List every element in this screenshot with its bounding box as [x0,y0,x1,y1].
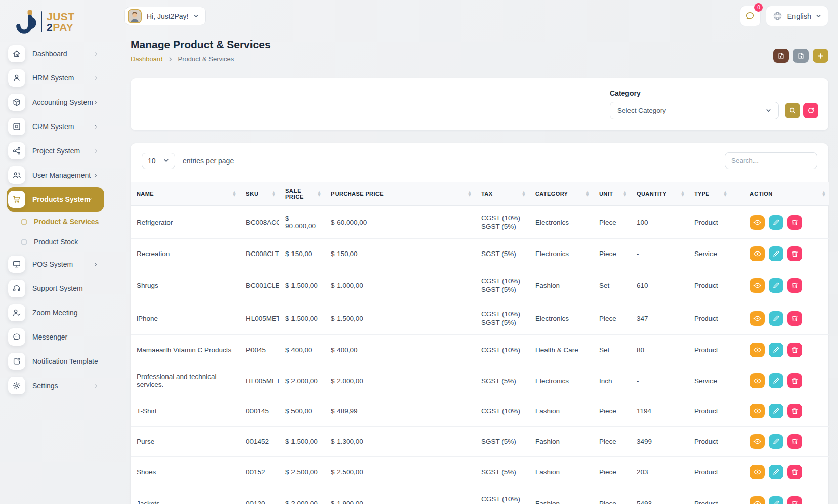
edit-button[interactable] [769,434,783,449]
view-button[interactable] [750,496,765,504]
eye-icon [753,219,761,226]
sort-arrows-icon: ▲▼ [233,191,236,197]
edit-button[interactable] [769,404,783,418]
delete-button[interactable] [787,215,802,230]
sort-arrows-icon: ▲▼ [586,191,589,197]
cart-icon [8,191,25,208]
delete-button[interactable] [787,278,802,293]
chevron-down-icon [816,13,821,19]
add-product-button[interactable] [813,49,828,63]
cell-purchase-price: $ 2.500,00 [325,457,475,487]
cell-tax: CGST (10%) [475,396,529,427]
edit-button[interactable] [769,343,783,357]
sidebar-item-dashboard[interactable]: Dashboard [0,41,110,66]
delete-button[interactable] [787,373,802,388]
sidebar-subitem-label: Product & Services [34,218,99,226]
app-root: JUST 2PAY DashboardHRM SystemAccounting … [0,0,838,504]
category-select[interactable]: Select Category [610,102,779,119]
view-button[interactable] [750,246,765,261]
language-label: English [787,12,811,20]
edit-button[interactable] [769,465,783,479]
cell-sku: 00152 [240,457,279,487]
topbar: Hi, Just2Pay! 0 English [124,6,828,26]
sidebar-item-settings[interactable]: Settings [0,373,110,398]
headset-icon [8,280,25,297]
import-button[interactable] [773,49,789,63]
tax-line: CGST (10%) [481,310,523,318]
messages-button[interactable]: 0 [740,6,761,26]
brand-monogram-icon [14,9,36,34]
cell-name: Professional and technical services. [131,365,240,396]
sidebar-item-notification-template[interactable]: Notification Template [0,349,110,373]
column-header-tax[interactable]: TAX▲▼ [475,182,529,206]
column-label: ACTION [750,191,773,197]
cell-type: Product [688,487,731,504]
eye-icon [753,346,761,354]
cell-quantity: 80 [631,335,688,365]
user-menu-button[interactable]: Hi, Just2Pay! [124,7,206,25]
page-size-select[interactable]: 10 [142,153,175,169]
sidebar-item-messenger[interactable]: Messenger [0,325,110,349]
cell-sku: HL005MET [240,365,279,396]
delete-button[interactable] [787,404,802,418]
column-header-unit[interactable]: UNIT▲▼ [593,182,631,206]
column-header-action[interactable]: ACTION▲▼ [731,182,829,206]
view-button[interactable] [750,343,765,357]
cell-sku: BC001CLE [240,269,279,302]
view-button[interactable] [750,278,765,293]
sidebar-item-project-system[interactable]: Project System [0,139,110,163]
edit-button[interactable] [769,496,783,504]
cell-unit: Piece [593,396,631,427]
sidebar-item-hrm-system[interactable]: HRM System [0,66,110,90]
cell-category: Electronics [529,365,593,396]
column-header-quantity[interactable]: QUANTITY▲▼ [631,182,688,206]
delete-button[interactable] [787,434,802,449]
delete-button[interactable] [787,246,802,261]
cell-name: iPhone [131,302,240,335]
delete-button[interactable] [787,496,802,504]
column-header-sale-price[interactable]: SALE PRICE▲▼ [279,182,325,206]
language-selector[interactable]: English [766,6,828,26]
delete-button[interactable] [787,465,802,479]
delete-button[interactable] [787,311,802,326]
view-button[interactable] [750,404,765,418]
edit-button[interactable] [769,246,783,261]
sidebar-item-zoom-meeting[interactable]: Zoom Meeting [0,301,110,325]
table-search-input[interactable] [725,152,817,169]
view-button[interactable] [750,311,765,326]
view-button[interactable] [750,373,765,388]
sidebar-item-pos-system[interactable]: POS System [0,252,110,276]
edit-button[interactable] [769,373,783,388]
brand-logo: JUST 2PAY [0,5,110,39]
sidebar-item-accounting-system[interactable]: Accounting System [0,90,110,114]
edit-button[interactable] [769,215,783,230]
sidebar-item-products-system[interactable]: Products System [7,187,104,212]
view-button[interactable] [750,434,765,449]
sidebar-subitem-product-stock[interactable]: Product Stock [0,232,110,252]
column-header-category[interactable]: CATEGORY▲▼ [529,182,593,206]
column-header-purchase-price[interactable]: PURCHASE PRICE▲▼ [325,182,475,206]
export-button[interactable] [793,49,809,63]
column-header-name[interactable]: NAME▲▼ [131,182,240,206]
filter-search-button[interactable] [785,103,800,118]
cell-sale-price: $ 1.500,00 [279,427,325,457]
edit-button[interactable] [769,311,783,326]
column-header-sku[interactable]: SKU▲▼ [240,182,279,206]
breadcrumb-dashboard-link[interactable]: Dashboard [131,55,163,63]
edit-button[interactable] [769,278,783,293]
trash-icon [791,377,799,385]
sidebar-item-support-system[interactable]: Support System [0,276,110,301]
filter-reset-button[interactable] [803,103,818,118]
view-button[interactable] [750,215,765,230]
view-button[interactable] [750,465,765,479]
sidebar-item-crm-system[interactable]: CRM System [0,114,110,139]
tax-line: SGST (5%) [481,318,523,327]
sidebar-item-user-management[interactable]: User Management [0,163,110,187]
sidebar-subitem-product-services[interactable]: Product & Services [0,212,110,232]
column-header-type[interactable]: TYPE▲▼ [688,182,731,206]
cell-unit: Piece [593,487,631,504]
trash-icon [791,346,799,354]
cell-sku: HL005MET [240,302,279,335]
cell-quantity: 100 [631,206,688,239]
delete-button[interactable] [787,343,802,357]
